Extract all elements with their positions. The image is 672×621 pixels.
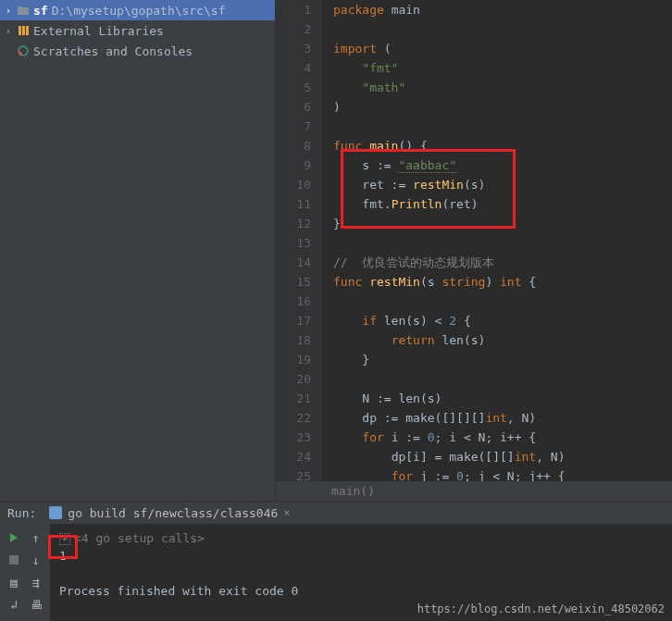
code-line[interactable]: import ( — [333, 39, 672, 58]
scratch-icon — [17, 44, 30, 57]
go-icon — [49, 506, 62, 519]
code-line[interactable]: } — [333, 350, 672, 369]
highlight-box — [48, 535, 78, 559]
console-line[interactable] — [59, 565, 663, 582]
code-line[interactable]: "fmt" — [333, 58, 672, 78]
run-tab[interactable]: go build sf/newclass/class046 × — [44, 504, 295, 522]
run-tool-buttons: ↑ ↓ ▤ ⇶ ↲ 🖶 — [0, 524, 50, 621]
svg-point-4 — [19, 52, 22, 56]
line-number: 13 — [276, 233, 311, 253]
code-line[interactable]: "math" — [333, 78, 672, 97]
code-editor[interactable]: 1 2 3 4 5 6 7 8 9 10 11 12 13 14 15 16 1… — [276, 0, 672, 501]
line-gutter[interactable]: 1 2 3 4 5 6 7 8 9 10 11 12 13 14 15 16 1… — [276, 0, 322, 481]
code-line[interactable]: ret := restMin(s) — [333, 175, 672, 194]
line-number[interactable]: 8 — [276, 136, 311, 155]
line-number: 23 — [276, 428, 311, 447]
folder-icon — [17, 4, 30, 17]
line-number: 16 — [276, 292, 311, 311]
stop-button[interactable] — [4, 550, 24, 570]
line-number: 5 — [276, 78, 311, 97]
line-number: 17 — [276, 311, 311, 330]
line-number: 20 — [276, 369, 311, 389]
code-line[interactable]: } — [333, 214, 672, 233]
tree-external-libraries[interactable]: › External Libraries — [0, 20, 275, 41]
line-number: 15 — [276, 272, 311, 292]
code-line[interactable]: s := "aabbac" — [333, 155, 672, 175]
close-icon[interactable]: × — [283, 506, 290, 519]
rerun-button[interactable] — [4, 528, 24, 548]
code-line[interactable]: return len(s) — [333, 330, 672, 350]
code-line[interactable]: for j := 0; j < N; j++ { — [333, 466, 672, 481]
code-line[interactable]: ) — [333, 97, 672, 117]
chevron-right-icon: › — [4, 26, 13, 36]
code-line[interactable]: N := len(s) — [333, 389, 672, 408]
line-number: 18 — [276, 330, 311, 350]
console-line[interactable]: 1 — [59, 547, 663, 565]
line-number: 10 — [276, 175, 311, 194]
code-line[interactable]: if len(s) < 2 { — [333, 311, 672, 330]
print-button[interactable]: 🖶 — [26, 594, 46, 615]
layout-button[interactable]: ▤ — [4, 572, 24, 592]
line-number: 6 — [276, 97, 311, 117]
filter-button[interactable]: ⇶ — [26, 572, 46, 592]
line-number: 21 — [276, 389, 311, 408]
code-line[interactable] — [333, 292, 672, 311]
run-label: Run: — [7, 506, 36, 520]
project-tree[interactable]: › sf D:\mysetup\gopath\src\sf › External… — [0, 0, 276, 501]
line-number: 4 — [276, 58, 311, 78]
project-name: sf — [33, 4, 48, 18]
tree-project-root[interactable]: › sf D:\mysetup\gopath\src\sf — [0, 0, 275, 20]
wrap-button[interactable]: ↲ — [4, 594, 24, 615]
code-line[interactable] — [333, 369, 672, 389]
line-number: 25 — [276, 466, 311, 481]
project-path: D:\mysetup\gopath\src\sf — [52, 4, 226, 18]
code-line[interactable]: dp := make([][][]int, N) — [333, 408, 672, 428]
code-line[interactable]: package main — [333, 0, 672, 19]
svg-rect-0 — [19, 26, 21, 35]
code-line[interactable]: for i := 0; i < N; i++ { — [333, 428, 672, 447]
line-number: 9 — [276, 155, 311, 175]
line-number: 2 — [276, 19, 311, 39]
tree-scratches[interactable]: Scratches and Consoles — [0, 41, 275, 61]
code-line[interactable]: fmt.Println(ret) — [333, 194, 672, 214]
line-number: 19 — [276, 350, 311, 369]
code-line[interactable] — [333, 19, 672, 39]
line-number: 7 — [276, 117, 311, 136]
line-number: 22 — [276, 408, 311, 428]
tree-item-label: Scratches and Consoles — [33, 44, 193, 58]
line-number: 1 — [276, 0, 311, 19]
tree-item-label: External Libraries — [33, 24, 164, 38]
line-number: 3 — [276, 39, 311, 58]
watermark: https://blog.csdn.net/weixin_48502062 — [417, 602, 665, 615]
code-line[interactable]: func main() { — [333, 136, 672, 155]
line-number: 12 — [276, 214, 311, 233]
code-body[interactable]: package main import ( "fmt" "math" ) fun… — [322, 0, 672, 481]
svg-rect-5 — [9, 555, 19, 565]
chevron-right-icon: › — [4, 6, 13, 16]
console-line[interactable]: +<4 go setup calls> — [59, 529, 663, 547]
code-line[interactable] — [333, 117, 672, 136]
library-icon — [17, 24, 30, 37]
console-output[interactable]: +<4 go setup calls> 1 Process finished w… — [50, 524, 672, 621]
code-line[interactable]: dp[i] = make([][]int, N) — [333, 447, 672, 466]
run-tab-label: go build sf/newclass/class046 — [68, 506, 278, 520]
code-line[interactable]: // 优良尝试的动态规划版本 — [333, 253, 672, 272]
down-button[interactable]: ↓ — [26, 550, 46, 570]
svg-rect-1 — [22, 26, 25, 35]
line-number: 24 — [276, 447, 311, 466]
console-line[interactable]: Process finished with exit code 0 — [59, 582, 663, 600]
code-line[interactable]: func restMin(s string) int { — [333, 272, 672, 292]
up-button[interactable]: ↑ — [26, 528, 46, 548]
run-toolbar: Run: go build sf/newclass/class046 × — [0, 502, 672, 524]
line-number: 14 — [276, 253, 311, 272]
code-line[interactable] — [333, 233, 672, 253]
breadcrumb[interactable]: main() — [276, 481, 672, 501]
svg-rect-2 — [26, 26, 29, 35]
line-number: 11 — [276, 194, 311, 214]
